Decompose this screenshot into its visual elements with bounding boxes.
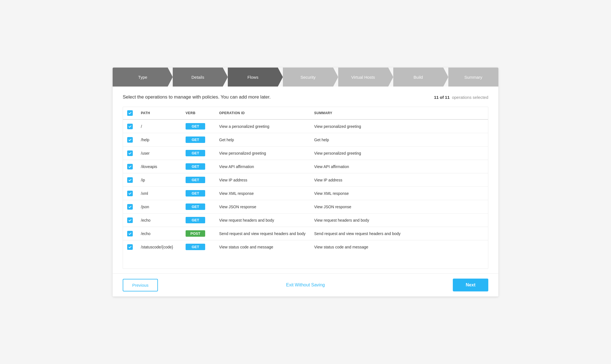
table-row: /jsonGETView JSON responseView JSON resp…	[123, 200, 488, 214]
row-operation-id: Get help	[215, 133, 310, 147]
row-checkbox[interactable]	[127, 177, 133, 183]
verb-badge-get: GET	[186, 123, 205, 130]
operations-count: 11 of 11 operations selected	[434, 95, 488, 100]
row-checkbox-cell[interactable]	[123, 227, 137, 240]
row-path: /	[137, 119, 182, 133]
table-row: /helpGETGet helpGet help	[123, 133, 488, 147]
row-summary: View request headers and body	[310, 214, 488, 227]
row-checkbox[interactable]	[127, 191, 133, 196]
row-checkbox[interactable]	[127, 164, 133, 169]
row-path: /xml	[137, 187, 182, 200]
table-row: /userGETView personalized greetingView p…	[123, 147, 488, 160]
exit-without-saving-button[interactable]: Exit Without Saving	[286, 282, 325, 288]
row-path: /echo	[137, 227, 182, 240]
footer: Previous Exit Without Saving Next	[113, 273, 498, 296]
th-checkbox[interactable]	[123, 107, 137, 119]
row-checkbox-cell[interactable]	[123, 240, 137, 254]
verb-badge-get: GET	[186, 177, 205, 183]
row-summary: View IP address	[310, 173, 488, 187]
row-verb: GET	[182, 147, 215, 160]
row-summary: View API affirmation	[310, 160, 488, 173]
th-verb: VERB	[182, 107, 215, 119]
row-verb: GET	[182, 200, 215, 214]
step-details[interactable]: Details	[168, 68, 223, 87]
row-verb: GET	[182, 187, 215, 200]
main-content: Select the operations to manage with pol…	[113, 87, 498, 273]
verb-badge-get: GET	[186, 217, 205, 223]
verb-badge-get: GET	[186, 150, 205, 156]
verb-badge-get: GET	[186, 136, 205, 143]
verb-badge-post: POST	[186, 230, 205, 237]
row-path: /help	[137, 133, 182, 147]
next-button[interactable]: Next	[453, 279, 488, 291]
row-checkbox-cell[interactable]	[123, 147, 137, 160]
step-virtual-hosts-label: Virtual Hosts	[351, 75, 375, 80]
step-type-label: Type	[138, 75, 147, 80]
table-header-row: PATH VERB OPERATION ID SUMMARY	[123, 107, 488, 119]
row-checkbox[interactable]	[127, 150, 133, 156]
table-row: /GETView a personalized greetingView per…	[123, 119, 488, 133]
row-operation-id: View status code and message	[215, 240, 310, 254]
row-path: /json	[137, 200, 182, 214]
table-body: /GETView a personalized greetingView per…	[123, 119, 488, 253]
verb-badge-get: GET	[186, 163, 205, 170]
row-checkbox[interactable]	[127, 244, 133, 250]
step-bar: Type Details Flows Security Virtual Host…	[113, 68, 498, 87]
row-checkbox[interactable]	[127, 124, 133, 129]
row-path: /user	[137, 147, 182, 160]
step-type[interactable]: Type	[113, 68, 168, 87]
content-header: Select the operations to manage with pol…	[123, 94, 488, 100]
wizard-container: Type Details Flows Security Virtual Host…	[113, 68, 498, 296]
row-verb: GET	[182, 133, 215, 147]
row-checkbox-cell[interactable]	[123, 119, 137, 133]
row-operation-id: Send request and view request headers an…	[215, 227, 310, 240]
table-header: PATH VERB OPERATION ID SUMMARY	[123, 107, 488, 119]
row-checkbox-cell[interactable]	[123, 133, 137, 147]
th-path: PATH	[137, 107, 182, 119]
row-checkbox[interactable]	[127, 217, 133, 223]
row-path: /statuscode/{code}	[137, 240, 182, 254]
step-security[interactable]: Security	[278, 68, 333, 87]
table-row: /echoPOSTSend request and view request h…	[123, 227, 488, 240]
row-summary: View personalized greeting	[310, 147, 488, 160]
table-row: /statuscode/{code}GETView status code an…	[123, 240, 488, 254]
row-verb: GET	[182, 240, 215, 254]
row-checkbox-cell[interactable]	[123, 160, 137, 173]
step-virtual-hosts[interactable]: Virtual Hosts	[333, 68, 388, 87]
verb-badge-get: GET	[186, 244, 205, 250]
row-checkbox-cell[interactable]	[123, 187, 137, 200]
row-checkbox-cell[interactable]	[123, 173, 137, 187]
th-operation-id: OPERATION ID	[215, 107, 310, 119]
row-operation-id: View request headers and body	[215, 214, 310, 227]
step-flows-label: Flows	[247, 75, 258, 80]
row-operation-id: View XML response	[215, 187, 310, 200]
row-checkbox[interactable]	[127, 204, 133, 210]
row-summary: View XML response	[310, 187, 488, 200]
step-summary-label: Summary	[464, 75, 482, 80]
step-build[interactable]: Build	[388, 68, 443, 87]
row-summary: Send request and view request headers an…	[310, 227, 488, 240]
table-row: /ipGETView IP addressView IP address	[123, 173, 488, 187]
row-summary: View JSON response	[310, 200, 488, 214]
row-path: /ip	[137, 173, 182, 187]
row-checkbox-cell[interactable]	[123, 214, 137, 227]
table-row: /echoGETView request headers and bodyVie…	[123, 214, 488, 227]
previous-button[interactable]: Previous	[123, 279, 158, 291]
step-details-label: Details	[191, 75, 204, 80]
row-summary: View personalized greeting	[310, 119, 488, 133]
row-operation-id: View API affirmation	[215, 160, 310, 173]
content-description: Select the operations to manage with pol…	[123, 94, 271, 100]
operations-table: PATH VERB OPERATION ID SUMMARY /GETView …	[123, 107, 488, 253]
row-checkbox[interactable]	[127, 231, 133, 236]
select-all-checkbox[interactable]	[127, 110, 133, 116]
count-label: operations selected	[452, 95, 488, 100]
step-flows[interactable]: Flows	[223, 68, 278, 87]
step-build-label: Build	[414, 75, 423, 80]
row-checkbox[interactable]	[127, 137, 133, 143]
table-row: /xmlGETView XML responseView XML respons…	[123, 187, 488, 200]
verb-badge-get: GET	[186, 190, 205, 197]
row-verb: GET	[182, 173, 215, 187]
step-summary[interactable]: Summary	[443, 68, 498, 87]
row-checkbox-cell[interactable]	[123, 200, 137, 214]
table-row: /iloveapisGETView API affirmationView AP…	[123, 160, 488, 173]
